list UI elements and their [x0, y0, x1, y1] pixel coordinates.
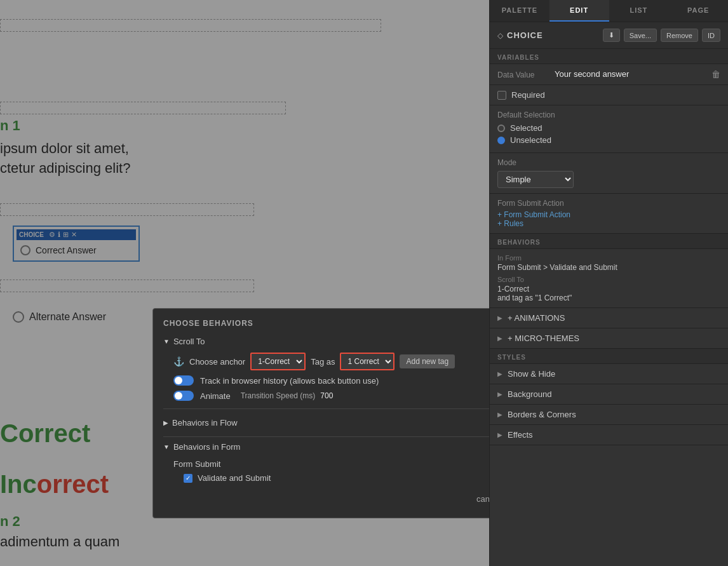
scroll-to-label: Scroll To [173, 337, 205, 346]
validate-submit-row: Validate and Submit [163, 473, 489, 483]
animate-toggle[interactable] [173, 391, 194, 401]
track-history-row: Track in browser history (allows back bu… [163, 375, 489, 386]
track-history-knob [175, 377, 182, 384]
default-selection-section: Default Selection Selected Unselected [490, 105, 728, 153]
micro-themes-arrow: ▶ [497, 335, 502, 342]
radio-unselected-row[interactable]: Unselected [497, 135, 720, 145]
anchor-dropdown[interactable]: 1-Correct [250, 353, 306, 370]
choose-anchor-label: Choose anchor [189, 357, 245, 367]
beh-scroll-label: Scroll To [497, 276, 720, 283]
tab-palette[interactable]: PALETTE [490, 0, 549, 22]
data-value-row: Data Value Your second answer 🗑 [490, 64, 728, 85]
required-checkbox[interactable] [497, 91, 506, 100]
radio-selected-row[interactable]: Selected [497, 123, 720, 133]
show-hide-collapsible[interactable]: ▶ Show & Hide [490, 364, 728, 384]
remove-button[interactable]: Remove [661, 29, 698, 42]
show-hide-label: Show & Hide [508, 369, 720, 379]
beh-form-value: Form Submit > Validate and Submit [497, 263, 720, 272]
animations-label: + ANIMATIONS [508, 313, 720, 323]
background-collapsible[interactable]: ▶ Background [490, 384, 728, 405]
scroll-to-row: ⚓ Choose anchor 1-Correct Tag as 1 Corre… [163, 353, 489, 370]
default-selection-title: Default Selection [497, 111, 720, 119]
data-value-label: Data Value [497, 69, 555, 79]
download-icon: ⬇ [609, 31, 614, 39]
tab-page[interactable]: PAGE [668, 0, 728, 22]
behaviors-in-form-section[interactable]: ▼ Behaviors in Form [163, 442, 489, 452]
validate-checkbox[interactable] [184, 474, 192, 483]
flow-arrow: ▶ [163, 419, 168, 426]
speed-label: Transition Speed (ms) [241, 391, 316, 400]
behaviors-section: In Form Form Submit > Validate and Submi… [490, 249, 728, 308]
animations-collapsible[interactable]: ▶ + ANIMATIONS [490, 308, 728, 328]
canvas-area: n 1 ipsum dolor sit amet, ctetur adipisc… [0, 0, 489, 566]
radio-unselected[interactable] [497, 137, 505, 144]
micro-themes-collapsible[interactable]: ▶ + MICRO-THEMES [490, 328, 728, 349]
tab-list[interactable]: LIST [609, 0, 669, 22]
divider-2 [163, 436, 489, 437]
mode-section: Mode Simple [490, 153, 728, 194]
tag-dropdown[interactable]: 1 Correct [340, 353, 394, 370]
speed-value: 700 [320, 391, 333, 400]
background-label: Background [508, 389, 720, 399]
divider-1 [163, 408, 489, 409]
borders-label: Borders & Corners [508, 410, 720, 419]
radio-selected-label: Selected [510, 123, 543, 133]
mode-dropdown[interactable]: Simple [497, 171, 574, 188]
data-value-delete-icon[interactable]: 🗑 [711, 69, 720, 79]
panel-tabs: PALETTE EDIT LIST PAGE [490, 0, 728, 22]
form-submit-row: Form Submit 🗑 [163, 458, 489, 469]
add-new-tag-button[interactable]: Add new tag [400, 354, 455, 368]
beh-scroll-value: 1-Correct and tag as "1 Correct" [497, 285, 720, 302]
styles-section-label: STYLES [490, 349, 728, 364]
panel-header: ◇ CHOICE ⬇ Save... Remove ID [490, 22, 728, 49]
borders-corners-collapsible[interactable]: ▶ Borders & Corners [490, 405, 728, 425]
scroll-to-arrow: ▼ [163, 338, 170, 345]
track-history-label: Track in browser history (allows back bu… [200, 376, 379, 386]
validate-label: Validate and Submit [198, 473, 271, 483]
beh-in-form-label: In Form [497, 254, 720, 262]
panel-header-actions: ⬇ Save... Remove ID [603, 29, 720, 42]
mode-title: Mode [497, 158, 720, 167]
required-row: Required [490, 85, 728, 105]
behaviors-in-flow-section[interactable]: ▶ Behaviors in Flow [163, 414, 489, 431]
animate-label: Animate [200, 391, 231, 401]
id-button[interactable]: ID [702, 29, 720, 42]
form-submit-label: Form Submit [173, 459, 489, 469]
download-button[interactable]: ⬇ [603, 29, 620, 42]
fsa-title: Form Submit Action [497, 199, 720, 208]
required-label: Required [511, 90, 545, 100]
anchor-icon: ⚓ [173, 356, 184, 367]
behaviors-in-flow-label: Behaviors in Flow [172, 418, 238, 428]
panel-header-title: CHOICE [507, 30, 603, 40]
animations-arrow: ▶ [497, 314, 502, 321]
show-hide-arrow: ▶ [497, 370, 502, 377]
dialog-title: CHOOSE BEHAVIORS [163, 319, 489, 328]
effects-arrow: ▶ [497, 431, 502, 438]
choose-behaviors-dialog: CHOOSE BEHAVIORS ▼ Scroll To ⚓ Choose an… [152, 308, 489, 518]
dialog-footer: cancel OK [163, 490, 489, 508]
right-panel: PALETTE EDIT LIST PAGE ◇ CHOICE ⬇ Save..… [489, 0, 728, 566]
behaviors-section-label: BEHAVIORS [490, 234, 728, 249]
scroll-to-section[interactable]: ▼ Scroll To [163, 337, 489, 346]
tag-as-label: Tag as [311, 357, 335, 367]
fsa-add-button[interactable]: + Form Submit Action [497, 210, 720, 219]
radio-unselected-label: Unselected [510, 135, 551, 145]
radio-selected[interactable] [497, 125, 505, 132]
fsa-rules-button[interactable]: + Rules [497, 219, 720, 228]
tab-edit[interactable]: EDIT [549, 0, 609, 22]
cancel-button[interactable]: cancel [476, 494, 489, 504]
effects-label: Effects [508, 430, 720, 440]
background-arrow: ▶ [497, 391, 502, 398]
data-value: Your second answer [555, 69, 706, 79]
save-button[interactable]: Save... [624, 29, 657, 42]
track-history-toggle[interactable] [173, 375, 194, 386]
behaviors-in-form-label: Behaviors in Form [173, 442, 240, 452]
micro-themes-label: + MICRO-THEMES [508, 334, 720, 343]
form-arrow: ▼ [163, 443, 170, 450]
animate-row: Animate Transition Speed (ms) 700 [163, 391, 489, 401]
animate-knob [175, 392, 182, 400]
borders-arrow: ▶ [497, 411, 502, 418]
variables-section-label: VARIABLES [490, 49, 728, 64]
form-submit-action-section: Form Submit Action + Form Submit Action … [490, 194, 728, 234]
effects-collapsible[interactable]: ▶ Effects [490, 425, 728, 445]
